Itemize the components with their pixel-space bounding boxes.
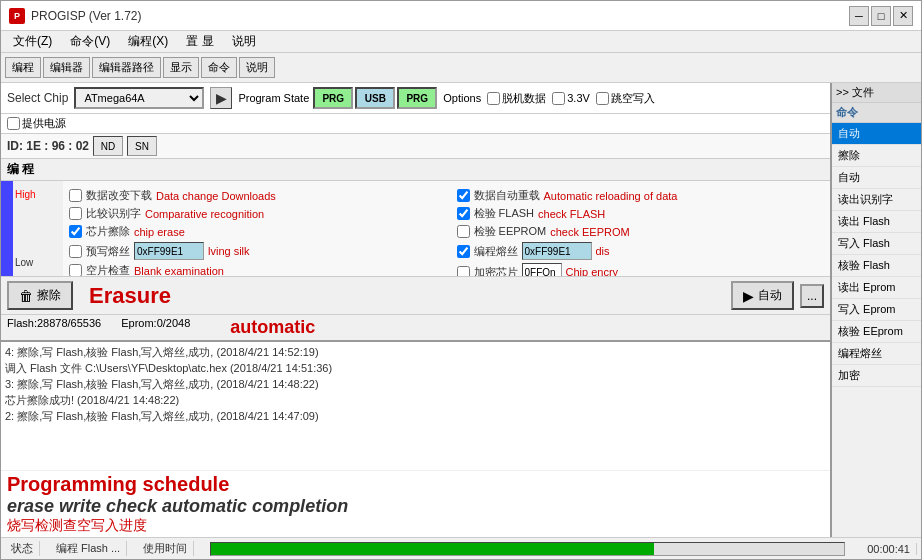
rs-item-prog-fuse[interactable]: 编程熔丝 xyxy=(832,343,921,365)
log-line-1: 调入 Flash 文件 C:\Users\YF\Desktop\atc.hex … xyxy=(5,360,826,376)
cb-33v[interactable] xyxy=(552,92,565,105)
rs-item-write-eprom[interactable]: 写入 Eprom xyxy=(832,299,921,321)
cb-chip-erase-en: chip erase xyxy=(134,226,185,238)
cb-compare-en: Comparative recognition xyxy=(145,208,264,220)
rs-item-verify-flash[interactable]: 核验 Flash xyxy=(832,255,921,277)
program-state-area: Program State PRG USB PRG xyxy=(238,87,437,109)
checkbox-columns: 数据改变下载 Data change Downloads 比较识别字 Compa… xyxy=(69,185,824,276)
chip-select-dropdown[interactable]: ATmega64A xyxy=(74,87,204,109)
cb-moji-label: 脱机数据 xyxy=(487,91,546,106)
erasure-annotation: Erasure xyxy=(89,283,171,309)
title-bar: P PROGISP (Ver 1.72) ─ □ ✕ xyxy=(1,1,921,31)
chip-second-row: 提供电源 xyxy=(1,114,830,134)
auto-label: 自动 xyxy=(758,287,782,304)
cb-chip-erase-label: 芯片擦除 xyxy=(86,224,130,239)
maximize-button[interactable]: □ xyxy=(871,6,891,26)
state-boxes: PRG USB PRG xyxy=(313,87,437,109)
dot-button[interactable]: ... xyxy=(800,284,824,308)
log-line-3: 芯片擦除成功! (2018/4/21 14:48:22) xyxy=(5,392,826,408)
log-line-2: 3: 擦除,写 Flash,核验 Flash,写入熔丝,成功, (2018/4/… xyxy=(5,376,826,392)
options-area: Options 脱机数据 3.3V 跳空写入 xyxy=(443,91,655,106)
cbr-check-flash-en: check FLASH xyxy=(538,208,605,220)
flash-info-flash: Flash:28878/65536 xyxy=(7,317,101,338)
rs-item-verify-eeprom[interactable]: 核验 EEprom xyxy=(832,321,921,343)
erase-button[interactable]: 🗑 擦除 xyxy=(7,281,73,310)
state-usb: USB xyxy=(355,87,395,109)
log-area[interactable]: 4: 擦除,写 Flash,核验 Flash,写入熔丝,成功, (2018/4/… xyxy=(1,340,830,470)
cbr-row-prog-fuse: 编程熔丝 dis xyxy=(457,242,825,260)
menu-program[interactable]: 编程(X) xyxy=(120,31,176,52)
automatic-annotation: automatic xyxy=(230,317,315,338)
rs-item-read-flash[interactable]: 读出 Flash xyxy=(832,211,921,233)
toolbar-help[interactable]: 说明 xyxy=(239,57,275,78)
rs-item-read-eprom[interactable]: 读出 Eprom xyxy=(832,277,921,299)
toolbar-editor-path[interactable]: 编辑器路径 xyxy=(92,57,161,78)
rs-item-encrypt[interactable]: 加密 xyxy=(832,365,921,387)
color-bar xyxy=(1,181,13,276)
toolbar-program[interactable]: 编程 xyxy=(5,57,41,78)
toolbar-editor[interactable]: 编辑器 xyxy=(43,57,90,78)
state-prg: PRG xyxy=(313,87,353,109)
cbr-prog-fuse[interactable] xyxy=(457,245,470,258)
title-bar-controls: ─ □ ✕ xyxy=(849,6,913,26)
state-prg2: PRG xyxy=(397,87,437,109)
cbr-check-flash[interactable] xyxy=(457,207,470,220)
menu-help[interactable]: 说明 xyxy=(224,31,264,52)
cb-compare[interactable] xyxy=(69,207,82,220)
prog-fuse-hex-input[interactable] xyxy=(522,242,592,260)
toolbar-display[interactable]: 显示 xyxy=(163,57,199,78)
cb-skip-label: 跳空写入 xyxy=(596,91,655,106)
chip-arrow-button[interactable]: ▶ xyxy=(210,87,232,109)
check-write-annotation: erase write check automatic completion xyxy=(7,496,824,517)
cb-blank-en: Blank examination xyxy=(134,265,224,277)
minimize-button[interactable]: ─ xyxy=(849,6,869,26)
cb-33v-label: 3.3V xyxy=(552,92,590,105)
cbr-auto-reload[interactable] xyxy=(457,189,470,202)
high-label: High xyxy=(15,189,61,200)
cbr-prog-fuse-en: dis xyxy=(596,245,610,257)
rs-item-write-flash[interactable]: 写入 Flash xyxy=(832,233,921,255)
erase-label: 擦除 xyxy=(37,287,61,304)
cbr-row-check-eeprom: 检验 EEPROM check EEPROM xyxy=(457,224,825,239)
cbr-encrypt-en: Chip encry xyxy=(566,266,619,276)
cb-row-compare: 比较识别字 Comparative recognition xyxy=(69,206,437,221)
menu-command[interactable]: 命令(V) xyxy=(62,31,118,52)
main-content: Select Chip ATmega64A ▶ Program State PR… xyxy=(1,83,921,537)
cb-chip-erase[interactable] xyxy=(69,225,82,238)
status-time-value: 00:00:41 xyxy=(861,543,917,555)
cbr-auto-reload-label: 数据自动重载 xyxy=(474,188,540,203)
cb-blank[interactable] xyxy=(69,264,82,276)
rs-item-auto[interactable]: 自动 xyxy=(832,123,921,145)
id-label: ID: 1E : 96 : 02 xyxy=(7,139,89,153)
id-nd: ND xyxy=(93,136,123,156)
cb-power[interactable] xyxy=(7,117,20,130)
rs-item-erase[interactable]: 擦除 xyxy=(832,145,921,167)
cbr-check-eeprom[interactable] xyxy=(457,225,470,238)
close-button[interactable]: ✕ xyxy=(893,6,913,26)
menu-bar: 文件(Z) 命令(V) 编程(X) 置 显 说明 xyxy=(1,31,921,53)
menu-file[interactable]: 文件(Z) xyxy=(5,31,60,52)
cb-moji[interactable] xyxy=(487,92,500,105)
cbr-encrypt[interactable] xyxy=(457,266,470,277)
cbr-encrypt-label: 加密芯片 xyxy=(474,265,518,277)
rs-header-file: >> 文件 xyxy=(832,83,921,103)
rs-item-read-id[interactable]: 读出识别字 xyxy=(832,189,921,211)
left-checkbox-col: 数据改变下载 Data change Downloads 比较识别字 Compa… xyxy=(69,185,437,276)
log-annotations: Programming schedule erase write check a… xyxy=(1,470,830,537)
cb-skip[interactable] xyxy=(596,92,609,105)
cb-prewrite[interactable] xyxy=(69,245,82,258)
editor-label: 编 程 xyxy=(1,159,830,181)
cb-data-change[interactable] xyxy=(69,189,82,202)
cb-skip-text: 跳空写入 xyxy=(611,91,655,106)
main-window: P PROGISP (Ver 1.72) ─ □ ✕ 文件(Z) 命令(V) 编… xyxy=(0,0,922,560)
low-label: Low xyxy=(15,257,61,268)
menu-display[interactable]: 置 显 xyxy=(178,31,221,52)
editor-section: High Low 数据改变下载 Data change Downloads xyxy=(1,181,830,276)
toolbar-command[interactable]: 命令 xyxy=(201,57,237,78)
encrypt-hex-input[interactable] xyxy=(522,263,562,276)
prewrite-hex-input[interactable] xyxy=(134,242,204,260)
status-time-label: 使用时间 xyxy=(137,541,194,556)
auto-button[interactable]: ▶ 自动 xyxy=(731,281,794,310)
id-sn: SN xyxy=(127,136,157,156)
rs-item-auto2[interactable]: 自动 xyxy=(832,167,921,189)
